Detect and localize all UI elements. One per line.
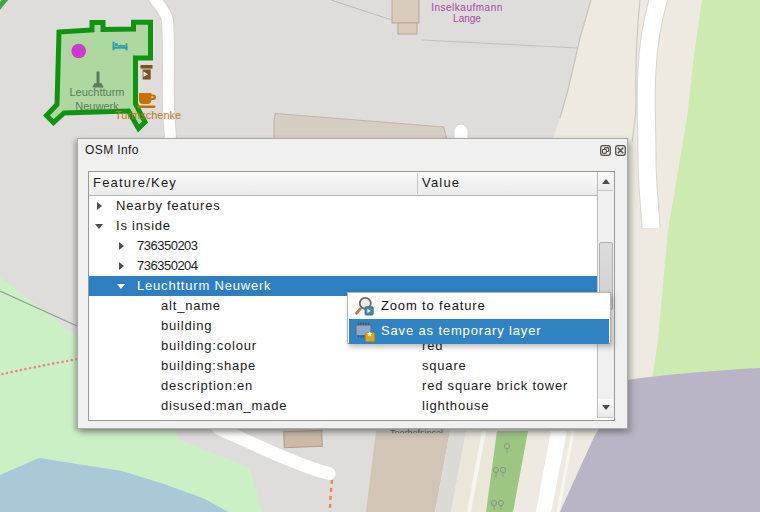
svg-text:Leuchtturm: Leuchtturm [69,86,124,98]
svg-text:Inselkaufmann: Inselkaufmann [431,2,503,13]
svg-text:Lange: Lange [453,13,481,24]
svg-text:Turmschenke: Turmschenke [115,109,181,121]
svg-text:Neuwerk: Neuwerk [75,100,119,112]
svg-text:*: * [368,331,373,342]
